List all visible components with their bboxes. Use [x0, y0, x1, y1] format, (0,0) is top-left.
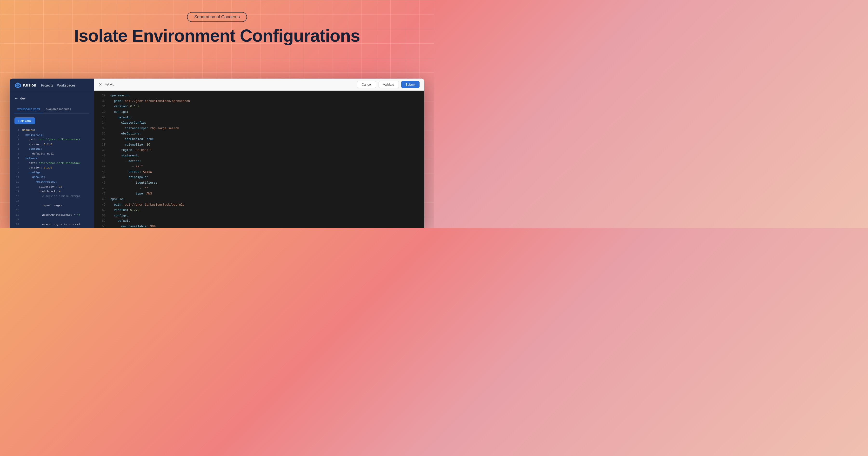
kusion-logo-icon — [14, 82, 21, 89]
submit-button[interactable]: Submit — [401, 81, 420, 88]
hero-section: Separation of Concerns Isolate Environme… — [0, 0, 434, 45]
edit-yaml-button[interactable]: Edit Yaml — [14, 117, 35, 124]
yaml-title: YAML — [105, 83, 115, 87]
kusion-header: Kusion Projects Workspaces — [10, 79, 94, 92]
left-panel: Kusion Projects Workspaces ← dev workspa… — [10, 79, 94, 228]
tab-row: workspace.yaml Available modules — [14, 105, 89, 114]
right-panel: ✕ YAML Cancel Validate Submit 29opensear… — [94, 79, 424, 228]
left-code-editor: 1modules: 2 monitoring: 3 path: oci://gh… — [14, 128, 89, 228]
ui-container: Kusion Projects Workspaces ← dev workspa… — [10, 79, 424, 228]
yaml-actions: Cancel Validate Submit — [357, 81, 420, 88]
validate-button[interactable]: Validate — [379, 81, 399, 88]
main-title: Isolate Environment Configurations — [0, 26, 434, 45]
kusion-nav: Projects Workspaces — [41, 83, 75, 87]
yaml-code-area: 29opensearch: 30 path: oci://ghcr.io/kus… — [94, 91, 424, 228]
nav-projects[interactable]: Projects — [41, 83, 53, 87]
back-nav[interactable]: ← dev — [14, 96, 89, 100]
yaml-header: ✕ YAML Cancel Validate Submit — [94, 79, 424, 91]
cancel-button[interactable]: Cancel — [357, 81, 376, 88]
badge-label: Separation of Concerns — [187, 12, 247, 22]
back-arrow-icon: ← — [14, 96, 18, 100]
kusion-brand-name: Kusion — [23, 83, 36, 88]
close-icon[interactable]: ✕ — [99, 82, 102, 87]
tab-available-modules[interactable]: Available modules — [43, 105, 74, 113]
kusion-logo: Kusion — [14, 82, 36, 89]
back-nav-label: dev — [20, 96, 26, 100]
left-content: ← dev workspace.yaml Available modules E… — [10, 92, 94, 228]
tab-workspace-yaml[interactable]: workspace.yaml — [14, 105, 43, 113]
nav-workspaces[interactable]: Workspaces — [57, 83, 76, 87]
